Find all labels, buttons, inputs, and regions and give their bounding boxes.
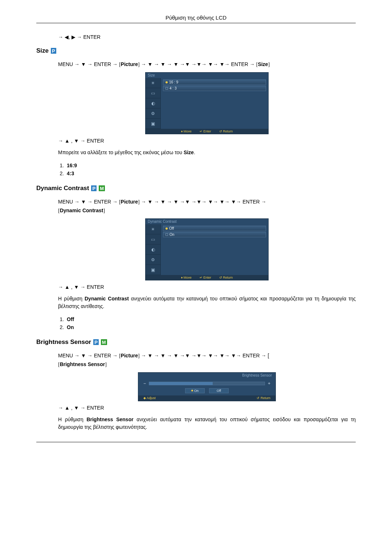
dynamic-path-end: Dynamic Contrast — [60, 208, 103, 213]
size-osd: Size ☀ ▭ ◐ ⚙ ▣ 16 : 9 4 : 3 ♦ Move — [145, 72, 269, 134]
brightness-body-bold: Brightness Sensor — [86, 416, 133, 422]
osd-nav-icon[interactable]: ▭ — [146, 88, 160, 98]
osd-footer-return: ↺ Return — [219, 276, 233, 279]
size-osd-opt2-label: 4 : 3 — [170, 86, 176, 90]
osd-footer-move: ♦ Move — [181, 130, 192, 133]
osd-nav-icon[interactable]: ⚙ — [146, 108, 160, 119]
brightness-off-label: Off — [217, 389, 221, 393]
badge-m-icon: M — [99, 185, 105, 191]
selected-dot-icon — [166, 227, 168, 230]
osd-nav-icon[interactable]: ▭ — [146, 234, 160, 245]
dynamic-osd-option-on[interactable]: On — [163, 232, 266, 237]
dynamic-body: Η ρύθμιση Dynamic Contrast ανιχνεύει αυτ… — [58, 295, 356, 310]
osd-sidebar: ☀ ▭ ◐ ⚙ ▣ — [146, 78, 161, 129]
dynamic-body-bold: Dynamic Contrast — [85, 296, 129, 301]
osd-nav-icon[interactable]: ☀ — [146, 78, 160, 88]
size-body-bold: Size — [184, 149, 194, 155]
dynamic-path-prefix: MENU → ▼ → ENTER → — [58, 199, 119, 205]
size-title: Size — [36, 47, 49, 54]
slider-fill — [149, 382, 213, 385]
slider-minus-icon[interactable]: − — [143, 381, 146, 386]
brightness-osd: Brightness Sensor − + On Off ◆ Adjust ↺ … — [138, 372, 276, 401]
size-path-mid: → ▼ → ▼ → ▼ →▼ →▼→ ▼→ ▼→ ENTER → — [140, 61, 256, 67]
section-brightness-heading: Brightness Sensor PM — [36, 338, 356, 346]
dynamic-list-1: Off — [67, 316, 74, 322]
top-rule — [36, 23, 356, 23]
dynamic-osd: Dynamic Contrast ☀ ▭ ◐ ⚙ ▣ Off On ♦ — [145, 218, 269, 280]
size-path-prefix: MENU → ▼ → ENTER → — [58, 61, 119, 67]
dynamic-body-1: Η ρύθμιση — [58, 296, 85, 301]
nav-line-ud: → ▲ , ▼ → ENTER — [58, 284, 356, 290]
nav-line-ud: → ▲ , ▼ → ENTER — [58, 138, 356, 144]
size-list-2: 4:3 — [67, 171, 74, 176]
brightness-path-mid: → ▼ → ▼ → ▼ →▼ →▼→ ▼→ ▼→ ▼→ ENTER → [ — [140, 353, 269, 358]
size-osd-option-4-3[interactable]: 4 : 3 — [163, 86, 266, 91]
list-item: On — [65, 323, 356, 331]
osd-footer-enter: ↵ Enter — [200, 130, 211, 133]
list-item: 16:9 — [65, 161, 356, 169]
badge-p-icon: P — [91, 185, 97, 191]
osd-nav-icon[interactable]: ☀ — [146, 224, 160, 234]
brightness-on-label: On — [194, 389, 199, 393]
dynamic-menu-path: MENU → ▼ → ENTER → [Picture] → ▼ → ▼ → ▼… — [58, 198, 356, 215]
dynamic-osd-option-off[interactable]: Off — [163, 226, 266, 231]
brightness-path-prefix: MENU → ▼ → ENTER → — [58, 353, 119, 358]
size-list-1: 16:9 — [67, 163, 77, 168]
osd-footer-return: ↺ Return — [219, 130, 233, 133]
slider-plus-icon[interactable]: + — [268, 381, 270, 386]
osd-nav-icon[interactable]: ◐ — [146, 245, 160, 255]
osd-footer-return: ↺ Return — [257, 396, 270, 400]
size-body: Μπορείτε να αλλάξετε το μέγεθος της εικό… — [58, 149, 356, 156]
size-osd-opt1-label: 16 : 9 — [169, 80, 178, 84]
osd-nav-icon[interactable]: ⚙ — [146, 255, 160, 265]
osd-nav-icon[interactable]: ▣ — [146, 119, 160, 129]
slider-track[interactable] — [149, 382, 265, 385]
size-osd-footer: ♦ Move ↵ Enter ↺ Return — [146, 129, 268, 134]
osd-sidebar: ☀ ▭ ◐ ⚙ ▣ — [146, 224, 161, 275]
size-osd-title: Size — [146, 73, 268, 78]
brightness-on-button[interactable]: On — [185, 388, 205, 393]
dynamic-path-picture: Picture — [121, 199, 138, 205]
badge-m-icon: M — [101, 339, 107, 345]
size-body-end: . — [194, 149, 195, 155]
brightness-path-picture: Picture — [121, 353, 138, 358]
osd-nav-icon[interactable]: ◐ — [146, 98, 160, 108]
brightness-off-button[interactable]: Off — [209, 388, 229, 393]
size-body-text: Μπορείτε να αλλάξετε το μέγεθος της εικό… — [58, 149, 184, 155]
unselected-box-icon — [166, 233, 168, 236]
brightness-path-end: Brightness Sensor — [60, 361, 105, 367]
selected-dot-icon — [191, 390, 193, 391]
brightness-menu-path: MENU → ▼ → ENTER → [Picture] → ▼ → ▼ → ▼… — [58, 352, 356, 369]
size-osd-option-16-9[interactable]: 16 : 9 — [163, 79, 266, 85]
osd-footer-enter: ↵ Enter — [200, 276, 211, 279]
brightness-slider[interactable]: − + — [143, 381, 270, 386]
osd-footer-move: ♦ Move — [181, 276, 192, 279]
list-item: Off — [65, 315, 356, 323]
brightness-body-1: Η ρύθμιση — [58, 416, 86, 422]
brightness-osd-footer: ◆ Adjust ↺ Return — [138, 395, 275, 401]
size-path-end: Size — [258, 61, 268, 67]
section-dynamic-heading: Dynamic Contrast PM — [36, 185, 356, 192]
nav-line-lr: → ◀, ▶ → ENTER — [58, 34, 356, 40]
dynamic-path-mid: → ▼ → ▼ → ▼ →▼ →▼→ ▼→ ▼→ ▼→ ENTER → — [140, 199, 266, 205]
size-path-picture: Picture — [121, 61, 138, 67]
dynamic-title: Dynamic Contrast — [36, 185, 89, 192]
dynamic-osd-footer: ♦ Move ↵ Enter ↺ Return — [146, 275, 268, 280]
bottom-rule — [36, 442, 356, 442]
brightness-body: Η ρύθμιση Brightness Sensor ανιχνεύει αυ… — [58, 416, 356, 431]
dynamic-list-2: On — [67, 324, 74, 330]
osd-footer-adjust: ◆ Adjust — [143, 396, 156, 400]
brightness-osd-title: Brightness Sensor — [138, 373, 275, 378]
badge-p-icon: P — [51, 48, 56, 54]
section-size-heading: Size P — [36, 47, 356, 54]
dynamic-osd-opt2-label: On — [170, 233, 174, 237]
selected-dot-icon — [166, 81, 168, 83]
dynamic-option-list: Off On — [58, 315, 356, 331]
osd-nav-icon[interactable]: ▣ — [146, 265, 160, 275]
list-item: 4:3 — [65, 169, 356, 177]
badge-p-icon: P — [93, 339, 99, 345]
dynamic-osd-title: Dynamic Contrast — [146, 219, 268, 224]
dynamic-osd-opt1-label: Off — [169, 226, 174, 230]
unselected-box-icon — [166, 87, 168, 90]
page-title: Ρύθμιση της οθόνης LCD — [36, 15, 356, 21]
